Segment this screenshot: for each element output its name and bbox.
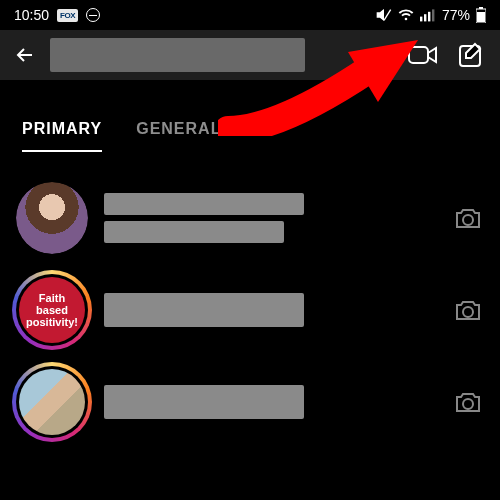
svg-point-10 (463, 215, 473, 225)
back-button[interactable] (10, 43, 40, 67)
svg-rect-7 (477, 12, 485, 22)
new-message-button[interactable] (456, 40, 486, 70)
svg-rect-1 (420, 17, 422, 22)
svg-rect-3 (428, 12, 430, 22)
chat-name-redacted (104, 385, 304, 419)
svg-point-12 (463, 399, 473, 409)
svg-point-11 (463, 307, 473, 317)
wifi-icon (398, 8, 414, 22)
account-name-redacted[interactable] (50, 38, 305, 72)
search-row[interactable] (0, 80, 500, 106)
svg-rect-2 (424, 14, 426, 21)
avatar[interactable] (16, 182, 88, 254)
chat-list: Faith based positivity! (0, 152, 500, 448)
signal-icon (420, 8, 436, 22)
chat-name-redacted (104, 293, 304, 327)
mute-icon (376, 7, 392, 23)
fox-news-app-indicator: FOX (57, 9, 78, 22)
chat-row[interactable] (0, 172, 500, 264)
avatar[interactable]: Faith based positivity! (16, 274, 88, 346)
chat-name-redacted (104, 193, 304, 243)
status-bar: 10:50 FOX 77% (0, 0, 500, 30)
chat-row[interactable] (0, 356, 500, 448)
do-not-disturb-icon (86, 8, 100, 22)
battery-icon (476, 7, 486, 23)
chat-row[interactable]: Faith based positivity! (0, 264, 500, 356)
tab-general[interactable]: GENERAL (136, 120, 221, 152)
camera-icon[interactable] (452, 202, 484, 234)
battery-percent: 77% (442, 7, 470, 23)
camera-icon[interactable] (452, 386, 484, 418)
svg-rect-8 (409, 47, 428, 63)
camera-icon[interactable] (452, 294, 484, 326)
topbar (0, 30, 500, 80)
svg-line-0 (384, 10, 391, 21)
avatar[interactable] (16, 366, 88, 438)
video-call-button[interactable] (408, 40, 438, 70)
svg-rect-4 (432, 9, 434, 21)
inbox-tabs: PRIMARY GENERAL (0, 106, 500, 152)
avatar-text: Faith based positivity! (19, 292, 85, 328)
status-time: 10:50 (14, 7, 49, 23)
tab-primary[interactable]: PRIMARY (22, 120, 102, 152)
